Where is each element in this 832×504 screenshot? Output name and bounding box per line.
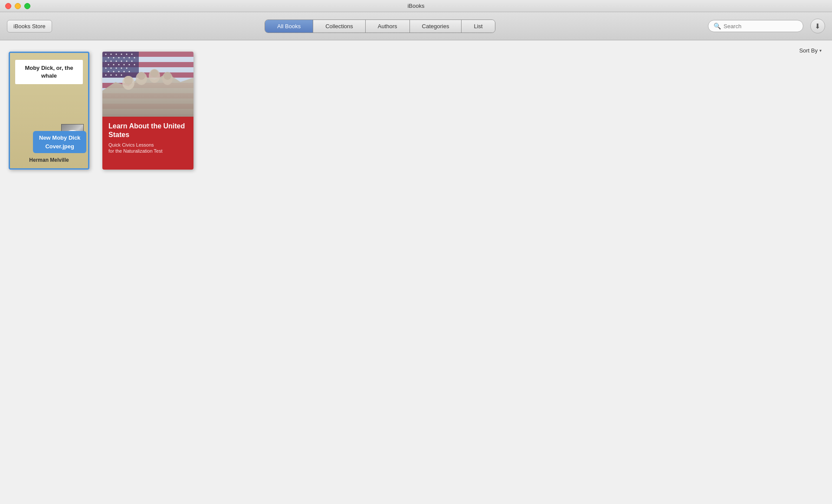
download-icon: ⬇ [815,22,820,30]
svg-point-58 [151,69,158,77]
svg-point-34 [118,64,120,65]
svg-point-37 [134,64,135,65]
svg-point-36 [129,64,130,65]
svg-point-49 [111,75,112,76]
svg-point-39 [111,68,112,69]
svg-point-40 [116,68,117,69]
close-button[interactable] [5,3,11,9]
svg-point-24 [129,57,130,59]
us-book-subtitle-line1: Quick Civics Lessons [108,142,187,148]
us-cover-bottom: Learn About the United States Quick Civi… [102,117,193,170]
svg-point-18 [126,54,128,55]
search-icon: 🔍 [714,23,721,29]
tabs-container: All Books Collections Authors Categories… [265,20,495,33]
toolbar: iBooks Store All Books Collections Autho… [0,12,832,40]
svg-point-51 [121,75,122,76]
svg-point-31 [131,61,133,62]
svg-point-30 [126,61,128,62]
drag-tooltip-line2: Cover.jpeg [45,143,74,150]
svg-point-60 [164,72,171,80]
main-content: Sort By ▾ Moby Dick, or, the whale Herma… [0,40,832,504]
svg-point-19 [131,54,133,55]
svg-point-15 [111,54,112,55]
svg-point-23 [124,57,125,59]
svg-point-41 [121,68,122,69]
chevron-down-icon: ▾ [819,48,822,53]
book-item-learn-about-us[interactable]: Learn About the United States Quick Civi… [102,52,193,170]
svg-point-16 [116,54,117,55]
learn-about-us-cover: Learn About the United States Quick Civi… [102,52,193,170]
svg-point-21 [113,57,115,59]
svg-point-48 [105,75,107,76]
download-button[interactable]: ⬇ [810,19,825,33]
svg-point-43 [108,71,109,72]
ibooks-store-button[interactable]: iBooks Store [7,20,52,33]
book-item-moby-dick[interactable]: Moby Dick, or, the whale Herman Melville… [9,52,89,170]
moby-dick-author: Herman Melville [10,157,88,163]
search-input[interactable] [724,23,793,29]
svg-point-54 [124,76,133,85]
svg-point-32 [108,64,109,65]
svg-point-56 [138,72,145,80]
svg-point-42 [126,68,128,69]
us-cover-top [102,52,193,117]
svg-point-33 [113,64,115,65]
svg-point-45 [118,71,120,72]
svg-point-47 [129,71,130,72]
svg-point-14 [105,54,107,55]
us-book-title: Learn About the United States [108,122,187,139]
svg-point-27 [111,61,112,62]
us-book-subtitle-line2: for the Naturalization Test [108,148,187,154]
svg-point-20 [108,57,109,59]
svg-point-46 [124,71,125,72]
traffic-lights [5,3,30,9]
mount-rushmore-illustration [102,52,193,117]
tab-authors[interactable]: Authors [366,20,410,33]
moby-dick-cover-wrapper: Moby Dick, or, the whale Herman Melville… [9,52,89,170]
svg-point-26 [105,61,107,62]
svg-point-29 [121,61,122,62]
minimize-button[interactable] [15,3,21,9]
svg-point-17 [121,54,122,55]
tab-all-books[interactable]: All Books [265,20,313,33]
svg-point-35 [124,64,125,65]
books-grid: Moby Dick, or, the whale Herman Melville… [9,47,823,170]
svg-point-22 [118,57,120,59]
svg-point-50 [116,75,117,76]
tab-categories[interactable]: Categories [410,20,462,33]
drag-tooltip: New Moby Dick Cover.jpeg [33,131,86,153]
svg-point-25 [134,57,135,59]
svg-point-38 [105,68,107,69]
sort-by-control[interactable]: Sort By ▾ [799,47,822,54]
drag-tooltip-line1: New Moby Dick [39,134,80,141]
svg-point-28 [116,61,117,62]
sort-by-label: Sort By [799,47,818,54]
moby-dick-title: Moby Dick, or, the whale [15,60,83,84]
tab-list[interactable]: List [462,20,495,33]
svg-point-44 [113,71,115,72]
maximize-button[interactable] [24,3,30,9]
tab-collections[interactable]: Collections [313,20,366,33]
window-title: iBooks [407,3,424,9]
title-bar: iBooks [0,0,832,12]
search-box[interactable]: 🔍 [708,20,803,32]
